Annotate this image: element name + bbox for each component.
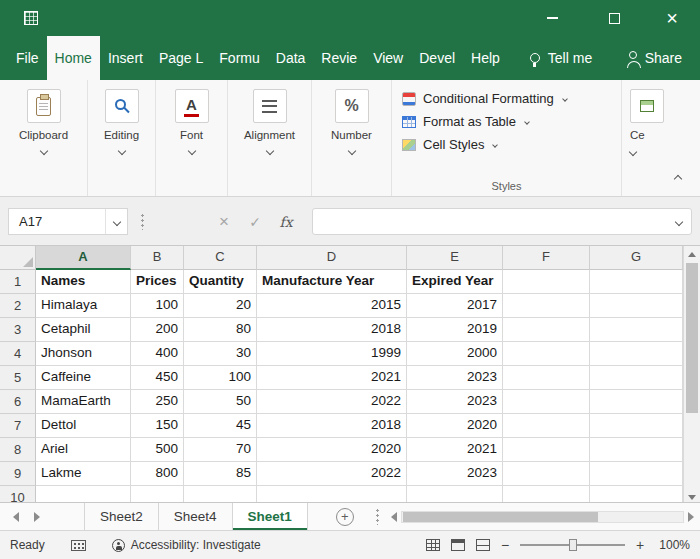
cell-C2[interactable]: 20 [184,294,257,318]
horizontal-scrollbar[interactable] [391,503,694,530]
cell-D1[interactable]: Manufacture Year [257,270,407,294]
cell-E6[interactable]: 2023 [407,390,503,414]
cell-C7[interactable]: 45 [184,414,257,438]
insert-function-button[interactable]: fx [274,208,298,235]
column-header-f[interactable]: F [503,246,590,270]
vertical-scrollbar-thumb[interactable] [686,263,698,413]
cell-C8[interactable]: 70 [184,438,257,462]
cell-A8[interactable]: Ariel [36,438,131,462]
sheet-tab-sheet4[interactable]: Sheet4 [159,503,233,530]
cell-G2[interactable] [590,294,683,318]
cell-F4[interactable] [503,342,590,366]
formula-input[interactable] [312,208,692,235]
expand-formula-bar-icon[interactable] [675,217,683,225]
cell-C1[interactable]: Quantity [184,270,257,294]
cell-D5[interactable]: 2021 [257,366,407,390]
cell-B9[interactable]: 800 [131,462,184,486]
row-header-4[interactable]: 4 [0,342,36,366]
cell-D7[interactable]: 2018 [257,414,407,438]
ribbon-tab-devel[interactable]: Devel [411,36,463,80]
sheet-tab-sheet2[interactable]: Sheet2 [84,503,159,530]
cell-C5[interactable]: 100 [184,366,257,390]
column-header-a[interactable]: A [36,246,131,270]
cell-D2[interactable]: 2015 [257,294,407,318]
name-box[interactable]: A17 [8,208,128,235]
page-break-view-button[interactable] [476,539,490,551]
row-header-8[interactable]: 8 [0,438,36,462]
sheet-nav-right-button[interactable] [34,512,40,522]
ribbon-tab-insert[interactable]: Insert [100,36,151,80]
ribbon-group-clipboard[interactable]: Clipboard [0,80,88,196]
ribbon-group-editing[interactable]: Editing [88,80,156,196]
name-box-dropdown[interactable] [105,209,127,234]
cell-G10[interactable] [590,486,683,502]
ribbon-group-font[interactable]: Font [156,80,228,196]
cell-E9[interactable]: 2023 [407,462,503,486]
conditional-formatting-button[interactable]: Conditional Formatting [392,87,621,110]
cell-B1[interactable]: Prices [131,270,184,294]
cell-B4[interactable]: 400 [131,342,184,366]
cell-G9[interactable] [590,462,683,486]
cell-A10[interactable] [36,486,131,502]
zoom-slider[interactable] [520,544,625,546]
share-button[interactable]: Share [629,36,682,80]
tell-me-button[interactable]: Tell me [530,36,592,80]
scroll-down-button[interactable] [684,495,700,500]
zoom-slider-thumb[interactable] [569,539,577,551]
minimize-button[interactable] [529,0,575,36]
cell-A3[interactable]: Cetaphil [36,318,131,342]
ribbon-tab-view[interactable]: View [365,36,411,80]
accessibility-status[interactable]: Accessibility: Investigate [112,538,261,552]
select-all-corner[interactable] [0,246,36,270]
ribbon-group-alignment[interactable]: Alignment [228,80,312,196]
cell-D3[interactable]: 2018 [257,318,407,342]
cell-F8[interactable] [503,438,590,462]
normal-view-button[interactable] [426,539,440,551]
cell-B5[interactable]: 450 [131,366,184,390]
cell-G1[interactable] [590,270,683,294]
scroll-right-button[interactable] [688,512,694,522]
cancel-button[interactable]: × [212,208,236,235]
cell-B10[interactable] [131,486,184,502]
cell-F1[interactable] [503,270,590,294]
scroll-up-button[interactable] [684,246,700,262]
cell-A4[interactable]: Jhonson [36,342,131,366]
cell-G8[interactable] [590,438,683,462]
page-layout-view-button[interactable] [451,539,465,551]
cell-G3[interactable] [590,318,683,342]
cell-B8[interactable]: 500 [131,438,184,462]
vertical-scrollbar[interactable] [683,246,700,502]
cell-B2[interactable]: 100 [131,294,184,318]
row-header-1[interactable]: 1 [0,270,36,294]
column-header-c[interactable]: C [184,246,257,270]
cell-E10[interactable] [407,486,503,502]
scroll-left-button[interactable] [391,512,397,522]
cell-B6[interactable]: 250 [131,390,184,414]
zoom-out-button[interactable]: − [501,537,509,553]
ribbon-tab-data[interactable]: Data [268,36,314,80]
collapse-ribbon-button[interactable] [666,170,690,188]
cell-D9[interactable]: 2022 [257,462,407,486]
column-header-e[interactable]: E [407,246,503,270]
row-header-10[interactable]: 10 [0,486,36,502]
cell-styles-button[interactable]: Cell Styles [392,133,621,156]
cell-G5[interactable] [590,366,683,390]
sheet-nav-left-button[interactable] [13,512,19,522]
cell-E1[interactable]: Expired Year [407,270,503,294]
cell-E3[interactable]: 2019 [407,318,503,342]
ribbon-tab-revie[interactable]: Revie [313,36,365,80]
cell-D6[interactable]: 2022 [257,390,407,414]
enter-button[interactable]: ✓ [243,208,267,235]
cell-B7[interactable]: 150 [131,414,184,438]
cell-A1[interactable]: Names [36,270,131,294]
cell-D8[interactable]: 2020 [257,438,407,462]
cell-C9[interactable]: 85 [184,462,257,486]
cell-A9[interactable]: Lakme [36,462,131,486]
cell-B3[interactable]: 200 [131,318,184,342]
cell-F6[interactable] [503,390,590,414]
cell-C4[interactable]: 30 [184,342,257,366]
column-header-g[interactable]: G [590,246,683,270]
cell-E5[interactable]: 2023 [407,366,503,390]
cell-C6[interactable]: 50 [184,390,257,414]
ribbon-tab-formu[interactable]: Formu [211,36,267,80]
